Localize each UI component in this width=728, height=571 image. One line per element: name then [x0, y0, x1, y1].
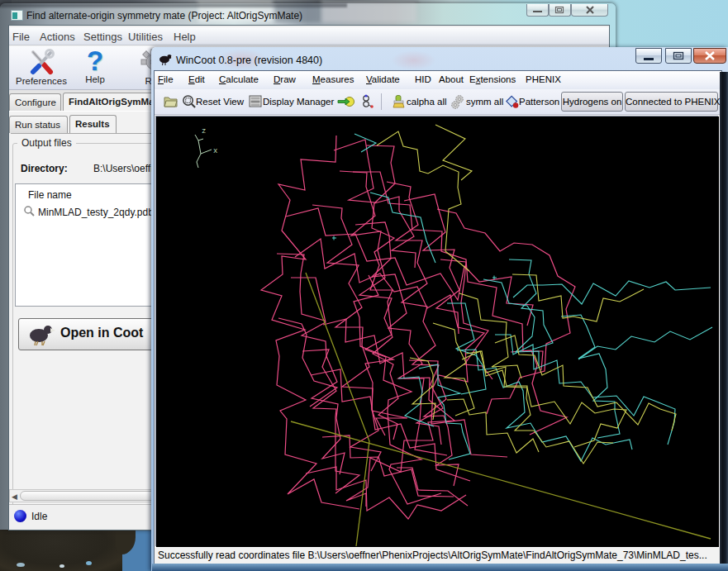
- svg-text:z: z: [202, 127, 206, 136]
- svg-text:x: x: [213, 147, 217, 155]
